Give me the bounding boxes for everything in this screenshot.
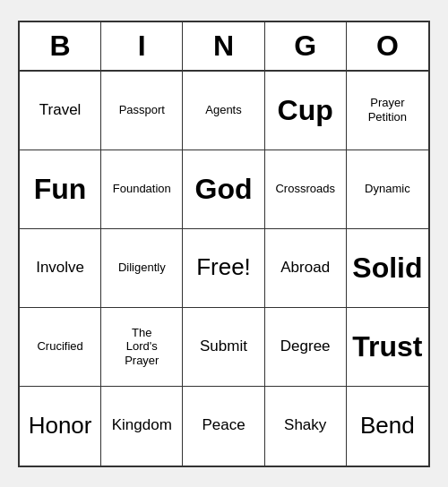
cell-text: Solid: [352, 251, 422, 285]
bingo-cell: Cup: [265, 72, 347, 150]
header-letter: O: [347, 22, 428, 70]
bingo-cell: TheLord'sPrayer: [101, 308, 183, 387]
bingo-cell: God: [183, 150, 264, 229]
bingo-cell: Abroad: [265, 229, 347, 308]
bingo-cell: PrayerPetition: [347, 72, 428, 150]
header-letter: N: [183, 22, 264, 70]
bingo-cell: Foundation: [101, 150, 183, 229]
bingo-cell: Crossroads: [265, 150, 347, 229]
header-letter: B: [20, 22, 101, 70]
cell-text: TheLord'sPrayer: [125, 326, 159, 368]
cell-text: Involve: [36, 259, 84, 277]
bingo-cell: Fun: [20, 150, 101, 229]
cell-text: PrayerPetition: [368, 96, 407, 124]
cell-text: Bend: [360, 412, 415, 440]
bingo-cell: Peace: [183, 387, 264, 466]
bingo-cell: Bend: [347, 387, 428, 466]
bingo-cell: Involve: [20, 229, 101, 308]
header-letter: G: [265, 22, 347, 70]
bingo-header: BINGO: [20, 22, 428, 72]
bingo-cell: Solid: [347, 229, 428, 308]
cell-text: Agents: [205, 103, 241, 117]
bingo-grid: TravelPassportAgentsCupPrayerPetitionFun…: [20, 72, 428, 466]
bingo-cell: Honor: [20, 387, 101, 466]
cell-text: Crucified: [37, 339, 82, 354]
cell-text: Peace: [202, 416, 245, 434]
cell-text: Foundation: [113, 182, 171, 196]
cell-text: Degree: [280, 337, 331, 355]
cell-text: Abroad: [280, 259, 330, 277]
bingo-cell: Dynamic: [347, 150, 428, 229]
bingo-cell: Kingdom: [101, 387, 183, 466]
cell-text: Honor: [29, 412, 92, 440]
cell-text: Submit: [200, 337, 247, 355]
bingo-card: BINGO TravelPassportAgentsCupPrayerPetit…: [18, 21, 430, 467]
bingo-cell: Passport: [101, 72, 183, 150]
bingo-cell: Degree: [265, 308, 347, 387]
cell-text: Diligently: [118, 261, 166, 275]
bingo-cell: Diligently: [101, 229, 183, 308]
cell-text: Crossroads: [275, 182, 334, 196]
cell-text: Shaky: [284, 416, 326, 434]
cell-text: Cup: [278, 93, 333, 127]
cell-text: Dynamic: [365, 182, 410, 196]
bingo-cell: Shaky: [265, 387, 347, 466]
bingo-cell: Travel: [20, 72, 101, 150]
cell-text: God: [195, 172, 253, 206]
cell-text: Travel: [39, 101, 82, 119]
bingo-cell: Trust: [347, 308, 428, 387]
cell-text: Fun: [34, 172, 87, 206]
bingo-cell: Agents: [183, 72, 264, 150]
cell-text: Free!: [196, 253, 251, 281]
bingo-cell: Free!: [183, 229, 264, 308]
cell-text: Trust: [352, 329, 422, 363]
header-letter: I: [101, 22, 183, 70]
bingo-cell: Crucified: [20, 308, 101, 387]
bingo-cell: Submit: [183, 308, 264, 387]
cell-text: Kingdom: [112, 416, 172, 434]
cell-text: Passport: [119, 103, 165, 117]
